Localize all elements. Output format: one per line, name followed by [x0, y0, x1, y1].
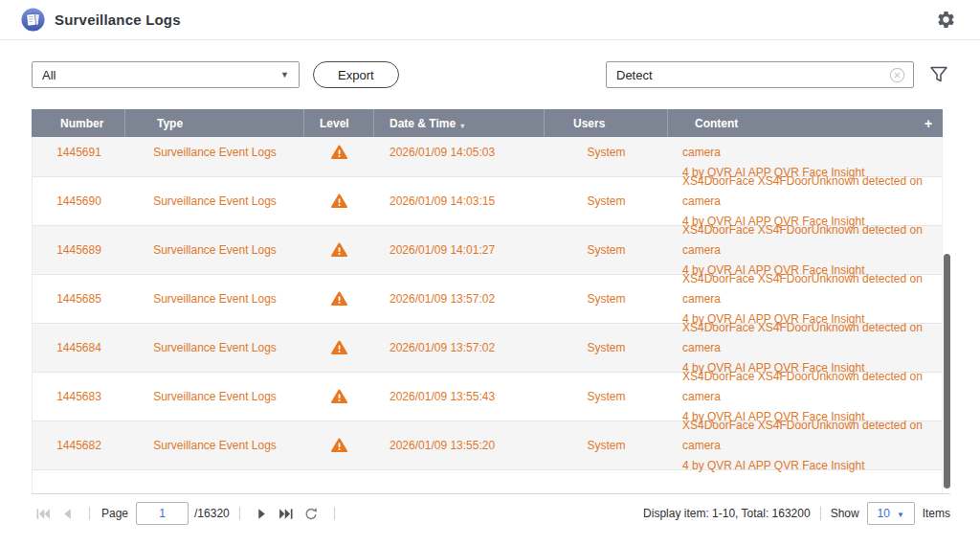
- column-header-level[interactable]: Level: [303, 109, 373, 137]
- cell-type: Surveillance Event Logs: [125, 137, 304, 176]
- first-page-button[interactable]: [36, 508, 51, 520]
- warning-icon: [331, 291, 347, 307]
- cell-content: XS4DoorFace XS4FDoorUnknown detected on …: [668, 373, 942, 421]
- display-info-group: Display item: 1-10, Total: 163200 Show 1…: [643, 502, 950, 525]
- table-row[interactable]: 1445690 Surveillance Event Logs 2026/01/…: [33, 177, 942, 226]
- cell-number: 1445690: [33, 177, 125, 225]
- previous-page-button[interactable]: [60, 508, 75, 520]
- table-row[interactable]: 1445685 Surveillance Event Logs 2026/01/…: [33, 275, 942, 324]
- export-button[interactable]: Export: [313, 61, 399, 88]
- display-info: Display item: 1-10, Total: 163200: [643, 507, 811, 520]
- cell-level: [304, 226, 374, 274]
- warning-icon: [331, 438, 347, 453]
- column-header-number[interactable]: Number: [32, 109, 124, 137]
- cell-level: [304, 324, 374, 372]
- divider: [89, 507, 90, 520]
- cell-number: 1445682: [33, 421, 125, 469]
- page-number-input[interactable]: [136, 502, 189, 525]
- toolbar: All ▼ Export: [32, 61, 948, 88]
- cell-user: System: [545, 421, 668, 469]
- cell-content: XS4DoorFace XS4FDoorUnknown detected on …: [668, 226, 942, 274]
- cell-level: [304, 373, 374, 421]
- pagination-bar: Page /16320 Display item: 1-10, Total: 1…: [32, 494, 950, 533]
- cell-level: [304, 421, 374, 469]
- divider: [239, 507, 240, 520]
- cell-datetime: 2026/01/09 13:57:02: [374, 275, 545, 323]
- cell-user: System: [545, 275, 668, 323]
- clear-search-icon[interactable]: [889, 67, 905, 83]
- cell-level: [304, 275, 374, 323]
- vertical-scrollbar[interactable]: [944, 254, 950, 489]
- cell-user: System: [545, 177, 668, 225]
- cell-level: [304, 137, 374, 176]
- last-page-button[interactable]: [278, 508, 293, 520]
- log-type-dropdown[interactable]: All ▼: [32, 61, 300, 88]
- logs-table: Number Type Level Date & Time ▾ Users Co…: [32, 109, 950, 494]
- table-body: 1445691 Surveillance Event Logs 2026/01/…: [32, 137, 943, 493]
- cell-datetime: 2026/01/09 13:55:20: [374, 421, 545, 469]
- warning-icon: [331, 242, 347, 258]
- table-row[interactable]: 1445682 Surveillance Event Logs 2026/01/…: [33, 421, 942, 470]
- cell-content: XS4DoorFace XS4FDoorUnknown detected on …: [668, 324, 942, 372]
- items-label: Items: [923, 507, 950, 520]
- cell-type: Surveillance Event Logs: [125, 275, 304, 323]
- table-header-row: Number Type Level Date & Time ▾ Users Co…: [32, 109, 943, 137]
- divider: [820, 507, 821, 520]
- warning-icon: [331, 145, 347, 160]
- cell-number: 1445691: [33, 137, 125, 176]
- cell-user: System: [545, 373, 668, 421]
- cell-datetime: 2026/01/09 13:55:43: [374, 373, 545, 421]
- divider: [334, 507, 335, 520]
- refresh-icon[interactable]: [303, 507, 319, 521]
- cell-content: XS4DoorFace XS4FDoorUnknown detected on …: [668, 421, 942, 469]
- cell-type: Surveillance Event Logs: [125, 177, 304, 225]
- cell-number: 1445685: [33, 275, 125, 323]
- table-row[interactable]: 1445683 Surveillance Event Logs 2026/01/…: [33, 373, 942, 421]
- cell-number: 1445689: [33, 226, 125, 274]
- show-label: Show: [831, 507, 859, 520]
- cell-user: System: [545, 324, 668, 372]
- warning-icon: [331, 389, 347, 404]
- cell-datetime: 2026/01/09 14:05:03: [374, 137, 545, 176]
- chevron-down-icon: ▼: [280, 70, 289, 80]
- total-pages: /16320: [194, 507, 230, 520]
- page-size-dropdown[interactable]: 10 ▼: [867, 502, 915, 525]
- cell-number: 1445683: [33, 373, 125, 421]
- table-rows: 1445691 Surveillance Event Logs 2026/01/…: [33, 137, 942, 470]
- column-header-type[interactable]: Type: [124, 109, 303, 137]
- search-input[interactable]: [616, 68, 889, 82]
- table-row[interactable]: 1445684 Surveillance Event Logs 2026/01/…: [33, 324, 942, 373]
- surveillance-logs-app: Surveillance Logs All ▼ Export Number Ty…: [0, 0, 980, 546]
- column-header-content[interactable]: Content: [667, 109, 914, 137]
- warning-icon: [331, 340, 347, 355]
- cell-user: System: [545, 137, 668, 176]
- add-column-button[interactable]: +: [914, 109, 943, 137]
- next-page-button[interactable]: [255, 508, 269, 520]
- surveillance-logs-app-icon: [21, 8, 45, 32]
- cell-level: [304, 177, 374, 225]
- cell-type: Surveillance Event Logs: [125, 373, 304, 421]
- page-label: Page: [101, 507, 128, 520]
- column-header-users[interactable]: Users: [544, 109, 667, 137]
- search-field[interactable]: [606, 61, 914, 88]
- app-header: Surveillance Logs: [0, 0, 980, 40]
- cell-datetime: 2026/01/09 14:01:27: [374, 226, 545, 274]
- filter-funnel-icon[interactable]: [929, 65, 948, 84]
- gear-icon[interactable]: [936, 10, 956, 30]
- chevron-down-icon: ▼: [897, 511, 904, 519]
- cell-content: XS4DoorFace XS4FDoorUnknown detected on …: [668, 275, 942, 323]
- table-row[interactable]: 1445689 Surveillance Event Logs 2026/01/…: [33, 226, 942, 275]
- cell-datetime: 2026/01/09 14:03:15: [374, 177, 545, 225]
- cell-user: System: [545, 226, 668, 274]
- page-title: Surveillance Logs: [55, 11, 181, 28]
- cell-datetime: 2026/01/09 13:57:02: [374, 324, 545, 372]
- sort-desc-icon: ▾: [460, 122, 464, 130]
- log-type-dropdown-value: All: [42, 68, 56, 82]
- cell-type: Surveillance Event Logs: [125, 421, 304, 469]
- cell-content: XS4DoorFace XS4FDoorUnknown detected on …: [668, 177, 942, 225]
- cell-type: Surveillance Event Logs: [125, 226, 304, 274]
- cell-type: Surveillance Event Logs: [125, 324, 304, 372]
- cell-number: 1445684: [33, 324, 125, 372]
- page-size-value: 10: [878, 507, 890, 520]
- column-header-datetime[interactable]: Date & Time ▾: [373, 109, 544, 137]
